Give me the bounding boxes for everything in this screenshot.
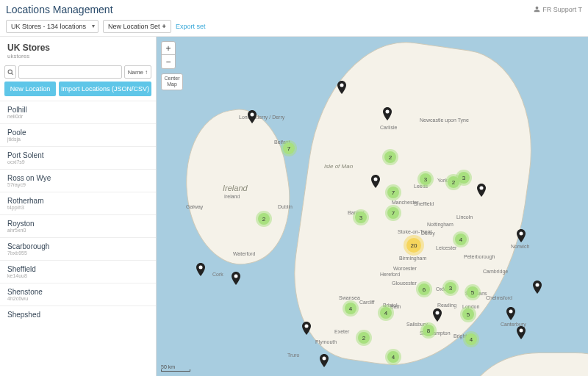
location-name: Rotherham: [7, 197, 148, 205]
svg-point-11: [436, 311, 440, 315]
map-cluster[interactable]: 5: [467, 286, 478, 298]
svg-point-3: [340, 84, 344, 87]
map-pin[interactable]: [533, 281, 542, 294]
location-name: Polhill: [7, 106, 148, 114]
list-item[interactable]: Ross on Wye57rayc9: [0, 169, 156, 192]
map-label: Galway: [186, 204, 203, 209]
map-label: Norwich: [511, 244, 529, 249]
map-pin[interactable]: [232, 272, 240, 285]
location-set-dropdown[interactable]: UK Stores - 134 locations: [6, 20, 98, 33]
location-name: Port Solent: [7, 151, 148, 159]
list-item[interactable]: Sheffieldke14uu8: [0, 260, 156, 283]
import-locations-button[interactable]: Import Locations (JSON/CSV): [59, 82, 151, 96]
map-cluster[interactable]: 3: [458, 172, 470, 184]
map-label: Worcester: [393, 266, 417, 271]
map-cluster[interactable]: 3: [355, 212, 367, 223]
map-pin[interactable]: [302, 322, 311, 335]
map-cluster[interactable]: 4: [380, 307, 392, 319]
map-cluster[interactable]: 7: [387, 207, 399, 219]
list-item[interactable]: Roystonahr5xn0: [0, 214, 156, 237]
map-pin[interactable]: [196, 263, 205, 276]
map-cluster[interactable]: 2: [258, 213, 270, 225]
svg-point-8: [199, 266, 203, 270]
location-id: 57rayc9: [7, 182, 148, 187]
user-badge[interactable]: FR Support T: [534, 6, 582, 14]
map-cluster[interactable]: 4: [465, 333, 477, 345]
map-label: Leicester: [436, 245, 456, 250]
new-location-set-button[interactable]: New Location Set +: [103, 20, 171, 33]
map-pin[interactable]: [506, 307, 515, 320]
sidebar-actions: New Location Import Locations (JSON/CSV): [0, 82, 156, 101]
list-item[interactable]: Polhillneli0dr: [0, 101, 156, 123]
map-pin[interactable]: [517, 326, 526, 339]
map-label: Truro: [287, 352, 299, 358]
set-slug: ukstores: [7, 53, 148, 59]
map-scale: 50 km: [161, 364, 190, 372]
map-cluster[interactable]: 5: [462, 308, 474, 320]
map-label: Isle of Man: [324, 163, 353, 170]
location-list[interactable]: Polhillneli0drPoolejtidsjaPort Solentocx…: [0, 101, 156, 376]
map-label: Plymouth: [315, 339, 337, 344]
zoom-out-button[interactable]: −: [162, 55, 175, 68]
export-set-link[interactable]: Export set: [176, 23, 206, 30]
list-item[interactable]: Scarborough7bxb955: [0, 237, 156, 260]
map-label: Swansea: [339, 295, 360, 300]
map-label: Waterford: [233, 251, 255, 256]
center-map-button[interactable]: Center Map: [161, 73, 183, 90]
map-cluster[interactable]: 2: [384, 151, 396, 163]
map-pin[interactable]: [337, 81, 346, 94]
list-item[interactable]: Shepshed: [0, 306, 156, 323]
map-label: York: [437, 178, 448, 183]
map-cluster[interactable]: 7: [387, 187, 399, 198]
svg-point-5: [374, 178, 378, 181]
map-cluster[interactable]: 7: [283, 142, 295, 154]
map-pin[interactable]: [517, 229, 526, 242]
map-cluster[interactable]: 3: [420, 173, 431, 185]
new-location-button[interactable]: New Location: [4, 82, 56, 96]
location-id: 7bxb955: [7, 250, 148, 256]
map-cluster[interactable]: 8: [423, 325, 434, 336]
map-pin[interactable]: [371, 175, 380, 188]
svg-point-14: [520, 329, 523, 333]
map-cluster[interactable]: 4: [455, 234, 467, 245]
user-icon: [534, 6, 540, 14]
svg-point-10: [536, 283, 539, 287]
search-icon[interactable]: [4, 65, 16, 79]
list-item[interactable]: Rotherhamt4ppih3: [0, 192, 156, 214]
location-name: Ross on Wye: [7, 174, 148, 182]
map-pin[interactable]: [433, 308, 442, 322]
location-name: Shepshed: [7, 311, 148, 319]
map-label: Peterborough: [464, 254, 495, 259]
map-cluster[interactable]: 3: [445, 282, 456, 294]
map-cluster[interactable]: 4: [345, 303, 356, 314]
search-input[interactable]: [18, 65, 122, 79]
map-pin[interactable]: [320, 354, 329, 367]
list-item[interactable]: Shenstone4h2c6wu: [0, 283, 156, 306]
map-label: Cardiff: [359, 300, 375, 305]
map[interactable]: Ireland Ireland Dublin Isle of Man Manch…: [157, 37, 588, 376]
map-cluster[interactable]: 2: [358, 332, 370, 344]
page-header: Locations Management FR Support T: [0, 0, 588, 16]
sort-button[interactable]: Name ↑: [124, 65, 151, 79]
map-cluster[interactable]: 4: [387, 351, 399, 363]
zoom-control: + −: [161, 41, 176, 69]
location-id: jtidsja: [7, 137, 148, 142]
location-name: Royston: [7, 220, 148, 228]
list-item[interactable]: Port Solentocxi7s9: [0, 146, 156, 169]
svg-point-15: [323, 357, 326, 361]
map-cluster[interactable]: 6: [418, 283, 430, 295]
svg-line-1: [11, 73, 12, 74]
map-label: Bath: [390, 304, 401, 309]
search-bar: Name ↑: [0, 62, 156, 82]
map-label: Newcastle upon Tyne: [420, 118, 469, 123]
location-id: ocxi7s9: [7, 159, 148, 164]
page-title: Locations Management: [6, 4, 113, 15]
map-cluster[interactable]: 20: [406, 238, 421, 253]
zoom-in-button[interactable]: +: [162, 42, 175, 55]
map-pin[interactable]: [477, 184, 486, 197]
svg-point-0: [8, 70, 12, 73]
map-pin[interactable]: [248, 110, 257, 123]
map-pin[interactable]: [383, 107, 392, 120]
map-label: Londonderry / Derry: [239, 115, 284, 120]
list-item[interactable]: Poolejtidsja: [0, 123, 156, 146]
